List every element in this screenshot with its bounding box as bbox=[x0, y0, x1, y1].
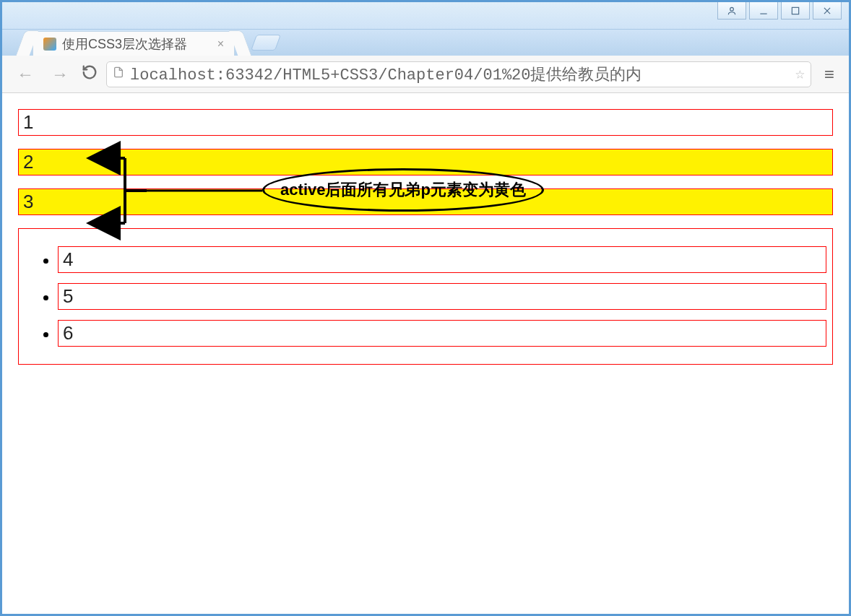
new-tab-button[interactable] bbox=[251, 35, 281, 51]
browser-toolbar: ← → localhost:63342/HTML5+CSS3/Chapter04… bbox=[2, 56, 849, 93]
list-item: 4 bbox=[58, 246, 826, 273]
svg-point-0 bbox=[730, 7, 734, 11]
browser-window: 使用CSS3层次选择器 × ← → localhost:63342/HTML5+… bbox=[0, 0, 851, 616]
svg-rect-1 bbox=[760, 13, 766, 14]
list: 4 5 6 bbox=[29, 246, 826, 347]
browser-tab[interactable]: 使用CSS3层次选择器 × bbox=[33, 31, 235, 56]
url-bar[interactable]: localhost:63342/HTML5+CSS3/Chapter04/01%… bbox=[106, 61, 811, 87]
p-element-2: 2 bbox=[18, 149, 833, 175]
tab-close-icon[interactable]: × bbox=[217, 38, 224, 51]
forward-icon[interactable]: → bbox=[47, 64, 73, 84]
close-button[interactable] bbox=[813, 2, 842, 19]
reload-icon[interactable] bbox=[82, 64, 98, 84]
li-p: 5 bbox=[58, 283, 826, 310]
list-item: 5 bbox=[58, 283, 826, 310]
list-item: 6 bbox=[58, 320, 826, 347]
li-p: 6 bbox=[58, 320, 826, 347]
p-element-1: 1 bbox=[18, 109, 833, 136]
ul-container: 4 5 6 bbox=[18, 228, 833, 365]
minimize-button[interactable] bbox=[749, 2, 778, 19]
url-text: localhost:63342/HTML5+CSS3/Chapter04/01%… bbox=[130, 64, 791, 85]
hamburger-menu-icon[interactable]: ≡ bbox=[820, 64, 839, 84]
li-p: 4 bbox=[58, 246, 826, 273]
tab-favicon bbox=[43, 38, 56, 51]
window-titlebar bbox=[2, 2, 849, 30]
file-icon bbox=[113, 66, 124, 82]
back-icon[interactable]: ← bbox=[12, 64, 38, 84]
maximize-button[interactable] bbox=[781, 2, 810, 19]
p-element-3: 3 bbox=[18, 188, 833, 215]
user-button[interactable] bbox=[717, 2, 746, 19]
page-content: 1 2 3 4 5 6 active后面所有兄弟p bbox=[2, 93, 849, 614]
svg-rect-2 bbox=[792, 7, 798, 14]
tab-title: 使用CSS3层次选择器 bbox=[62, 35, 187, 53]
bookmark-star-icon[interactable]: ☆ bbox=[795, 64, 805, 84]
tab-bar: 使用CSS3层次选择器 × bbox=[2, 30, 849, 56]
